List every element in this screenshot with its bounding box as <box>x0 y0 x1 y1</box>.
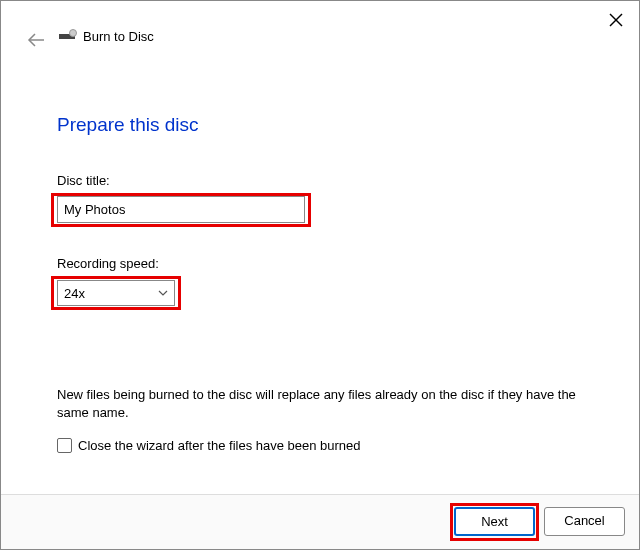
cancel-button[interactable]: Cancel <box>544 507 625 536</box>
close-wizard-checkbox[interactable]: Close the wizard after the files have be… <box>57 438 361 453</box>
recording-speed-value: 24x <box>64 286 85 301</box>
next-button[interactable]: Next <box>454 507 535 536</box>
burn-disc-wizard: Burn to Disc Prepare this disc Disc titl… <box>0 0 640 550</box>
close-icon[interactable] <box>609 13 623 27</box>
page-heading: Prepare this disc <box>57 114 199 136</box>
checkbox-box-icon <box>57 438 72 453</box>
recording-speed-select[interactable]: 24x <box>57 280 175 306</box>
chevron-down-icon <box>158 290 168 296</box>
disc-title-label: Disc title: <box>57 173 110 188</box>
disc-drive-icon <box>59 29 77 43</box>
disc-title-input[interactable] <box>57 196 305 223</box>
back-arrow-icon[interactable] <box>27 33 45 47</box>
checkbox-label: Close the wizard after the files have be… <box>78 438 361 453</box>
replace-note: New files being burned to the disc will … <box>57 386 602 421</box>
recording-speed-label: Recording speed: <box>57 256 159 271</box>
wizard-title: Burn to Disc <box>83 29 154 44</box>
